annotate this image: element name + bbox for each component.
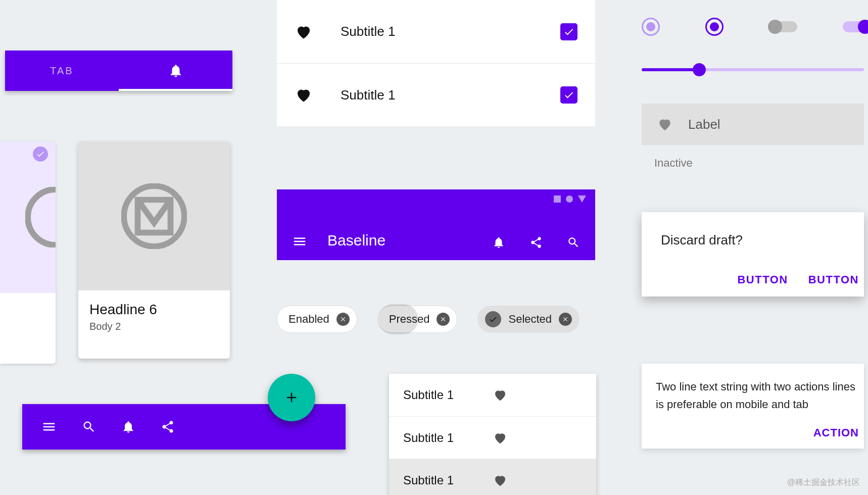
svg-point-0	[28, 189, 56, 245]
list-item[interactable]: Subtitle 1	[389, 459, 596, 495]
chip-pressed[interactable]: Pressed	[377, 306, 458, 333]
list-item-label: Subtitle 1	[341, 24, 560, 39]
slider-fill	[642, 68, 699, 71]
list-item[interactable]: Subtitle 1	[277, 63, 595, 126]
chip-enabled[interactable]: Enabled	[277, 306, 357, 333]
bell-icon	[168, 63, 183, 78]
check-badge-icon	[33, 146, 48, 162]
dialog-button-2[interactable]: BUTTON	[808, 273, 859, 286]
card-media	[78, 141, 230, 290]
card[interactable]: Headline 6 Body 2	[78, 141, 230, 359]
card-previous[interactable]	[0, 141, 56, 364]
card-media	[0, 141, 56, 293]
circle-icon	[566, 195, 573, 203]
card-content: Headline 6 Body 2	[78, 290, 230, 343]
share-icon[interactable]	[161, 420, 175, 434]
app-bar-title: Baseline	[327, 232, 492, 249]
chip-row: Enabled Pressed Selected	[277, 306, 580, 333]
list: Subtitle 1 Subtitle 1 Subtitle 1	[389, 374, 596, 495]
list-item-label: Subtitle 1	[341, 87, 560, 103]
list-item[interactable]: Subtitle 1	[389, 416, 596, 459]
heart-icon	[295, 86, 313, 104]
radio-unselected[interactable]	[642, 18, 660, 36]
heart-icon	[657, 116, 673, 132]
radio-dot	[710, 22, 719, 31]
app-bar: Baseline	[277, 189, 595, 260]
tab-notifications[interactable]	[119, 51, 232, 91]
label-chip-text: Label	[688, 117, 720, 132]
chip-label: Selected	[508, 313, 552, 326]
switch-on[interactable]	[843, 21, 868, 32]
radio-selected[interactable]	[705, 18, 724, 36]
menu-icon[interactable]	[292, 234, 307, 249]
list: Subtitle 1 Subtitle 1	[277, 0, 595, 126]
svg-point-3	[566, 195, 573, 203]
close-icon[interactable]	[336, 313, 350, 326]
heart-icon[interactable]	[493, 387, 582, 403]
caption: Inactive	[654, 157, 693, 170]
slider-thumb[interactable]	[693, 63, 706, 76]
checkbox[interactable]	[560, 86, 577, 104]
list-item[interactable]: Subtitle 1	[389, 374, 596, 416]
card-body: Body 2	[89, 321, 219, 332]
svg-rect-2	[554, 195, 561, 203]
close-icon[interactable]	[437, 313, 450, 326]
heart-icon[interactable]	[493, 430, 582, 445]
bell-icon[interactable]	[121, 420, 135, 434]
chip-selected[interactable]: Selected	[477, 306, 580, 333]
search-icon[interactable]	[567, 236, 580, 249]
dialog-button-1[interactable]: BUTTON	[737, 273, 788, 286]
heart-icon[interactable]	[493, 473, 582, 488]
plus-icon	[283, 389, 300, 406]
square-icon	[554, 195, 561, 203]
watermark: @稀土掘金技术社区	[787, 477, 860, 488]
fab-add[interactable]	[268, 374, 315, 421]
radio-dot	[646, 22, 655, 31]
slider[interactable]	[642, 68, 864, 71]
selection-controls	[642, 18, 868, 36]
list-item-label: Subtitle 1	[403, 431, 493, 445]
svg-point-1	[124, 186, 184, 246]
close-icon[interactable]	[559, 313, 572, 326]
search-icon[interactable]	[82, 420, 96, 434]
snackbar: Two line text string with two actions li…	[642, 364, 864, 449]
share-icon[interactable]	[529, 236, 543, 249]
material-logo-icon	[121, 183, 187, 249]
list-item[interactable]: Subtitle 1	[277, 0, 595, 63]
menu-icon[interactable]	[41, 419, 57, 434]
list-item-label: Subtitle 1	[403, 473, 493, 487]
tab-bar: TAB	[5, 51, 232, 91]
snackbar-action[interactable]: ACTION	[656, 426, 859, 439]
card-headline: Headline 6	[89, 302, 219, 318]
dialog: Discard draft? BUTTON BUTTON	[642, 212, 864, 296]
switch-off[interactable]	[769, 21, 797, 32]
tab-text[interactable]: TAB	[5, 51, 119, 91]
label-chip[interactable]: Label	[642, 104, 864, 145]
material-logo-icon	[25, 187, 56, 247]
heart-icon	[295, 23, 313, 41]
chip-label: Enabled	[288, 313, 329, 326]
checkbox[interactable]	[560, 23, 577, 40]
dialog-message: Discard draft?	[661, 232, 864, 248]
check-icon	[485, 311, 501, 327]
tab-label: TAB	[50, 65, 73, 77]
snackbar-text: Two line text string with two actions li…	[656, 378, 859, 413]
list-item-label: Subtitle 1	[403, 388, 493, 402]
bell-icon[interactable]	[492, 236, 505, 249]
chip-label: Pressed	[389, 313, 430, 326]
triangle-icon	[578, 195, 586, 203]
